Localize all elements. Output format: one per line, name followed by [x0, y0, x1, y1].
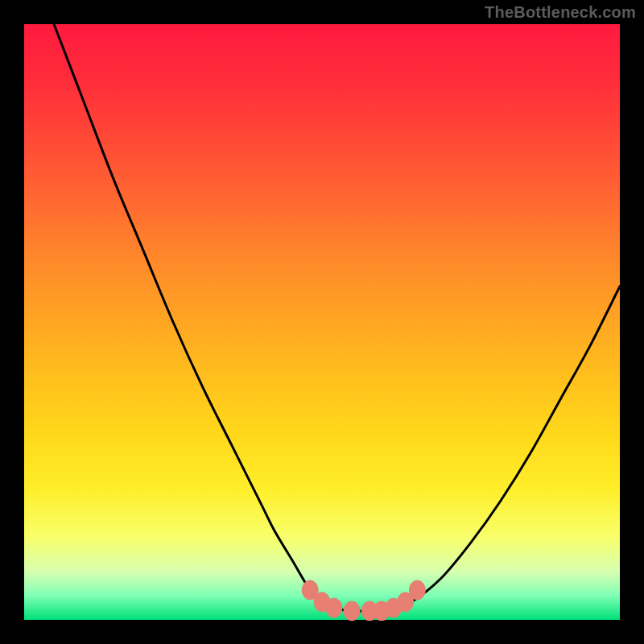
curve-marker	[344, 601, 360, 621]
curve-markers	[302, 580, 425, 621]
curve-marker	[409, 580, 425, 600]
plot-area	[24, 24, 620, 620]
curve-layer	[24, 24, 620, 620]
watermark-text: TheBottleneck.com	[485, 3, 636, 22]
bottleneck-curve	[54, 24, 620, 611]
chart-frame: TheBottleneck.com	[0, 0, 644, 644]
curve-marker	[326, 598, 342, 617]
